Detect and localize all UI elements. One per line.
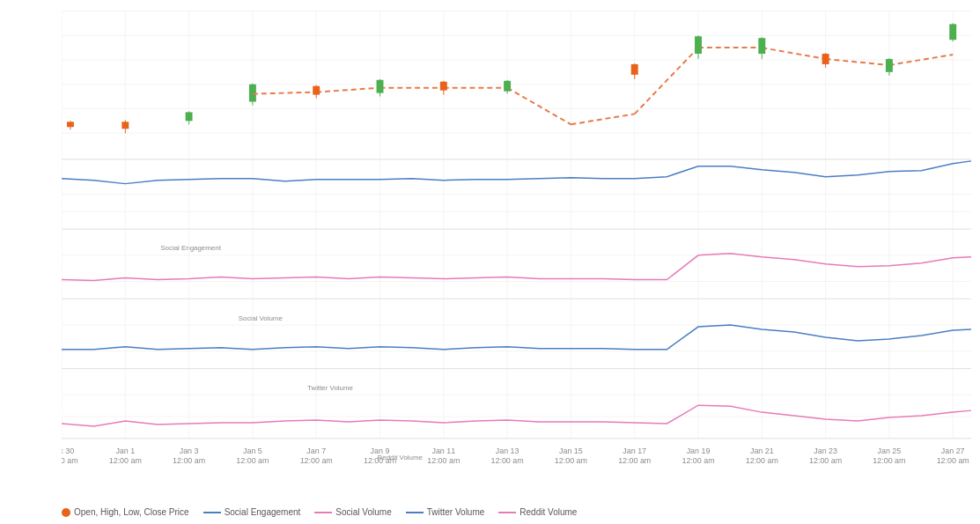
svg-text:Jan 25: Jan 25	[878, 447, 902, 455]
svg-text:12:00 am: 12:00 am	[618, 456, 651, 465]
svg-text:12:00 am: 12:00 am	[427, 456, 460, 465]
svg-text:Jan 21: Jan 21	[750, 447, 774, 455]
legend-item-social-engagement: Social Engagement	[203, 507, 301, 517]
svg-text:12:00 am: 12:00 am	[809, 456, 842, 465]
svg-text:12:00 am: 12:00 am	[109, 456, 142, 465]
svg-text:12:00 am: 12:00 am	[746, 456, 778, 465]
svg-text:Jan 23: Jan 23	[814, 447, 837, 455]
svg-rect-80	[440, 82, 447, 91]
svg-rect-84	[631, 64, 638, 75]
svg-line-72	[762, 48, 825, 59]
legend-item-twitter-volume: Twitter Volume	[406, 507, 485, 517]
svg-text:Jan 1: Jan 1	[115, 447, 135, 455]
svg-text:Jan 13: Jan 13	[496, 447, 519, 455]
svg-text:Social Volume: Social Volume	[239, 314, 284, 322]
svg-line-68	[507, 88, 571, 125]
svg-rect-59	[122, 122, 129, 129]
svg-line-70	[635, 48, 698, 114]
legend-item-reddit-volume: Reddit Volume	[498, 507, 577, 517]
legend-line-social-engagement	[203, 512, 221, 513]
svg-rect-86	[695, 36, 702, 54]
svg-rect-88	[758, 38, 765, 54]
svg-text:12:00 am: 12:00 am	[555, 456, 587, 465]
svg-text:Jan 27: Jan 27	[941, 447, 965, 455]
svg-text:Jan 5: Jan 5	[243, 447, 262, 455]
legend-label-ohlc: Open, High, Low, Close Price	[74, 507, 189, 517]
svg-rect-61	[186, 112, 193, 121]
svg-line-69	[571, 114, 634, 124]
svg-text:Jan 7: Jan 7	[306, 447, 326, 455]
svg-rect-57	[67, 122, 74, 127]
svg-line-65	[316, 88, 379, 92]
svg-text:12:00 am: 12:00 am	[236, 456, 269, 465]
svg-text:12:00 am: 12:00 am	[62, 456, 78, 465]
svg-text:12:00 am: 12:00 am	[682, 456, 714, 465]
svg-text:Dec 30: Dec 30	[62, 447, 74, 455]
svg-text:12:00 am: 12:00 am	[937, 456, 969, 465]
legend-dot-ohlc	[62, 508, 70, 517]
svg-rect-0	[62, 11, 971, 469]
svg-text:12:00 am: 12:00 am	[873, 456, 905, 465]
svg-text:12:00 am: 12:00 am	[491, 456, 524, 465]
legend-label-twitter-volume: Twitter Volume	[427, 507, 485, 517]
legend-line-social-volume	[314, 512, 332, 513]
legend-line-reddit-volume	[498, 512, 516, 513]
svg-text:12:00 am: 12:00 am	[173, 456, 205, 465]
svg-text:Twitter Volume: Twitter Volume	[307, 384, 353, 392]
legend-line-twitter-volume	[406, 512, 424, 513]
chart-container: 9,000.00 8,500.00 8,000.00 7,500.00 7,00…	[0, 0, 980, 524]
svg-text:Jan 19: Jan 19	[687, 447, 711, 455]
svg-rect-76	[313, 86, 320, 95]
svg-text:12:00 am: 12:00 am	[300, 456, 333, 465]
legend-label-social-volume: Social Volume	[335, 507, 391, 517]
svg-text:Jan 9: Jan 9	[371, 447, 390, 455]
svg-text:Jan 15: Jan 15	[559, 447, 583, 455]
chart-legend: Open, High, Low, Close Price Social Enga…	[62, 507, 577, 517]
legend-label-reddit-volume: Reddit Volume	[519, 507, 577, 517]
svg-text:Social Engagement: Social Engagement	[160, 244, 221, 252]
main-chart: 9,000.00 8,500.00 8,000.00 7,500.00 7,00…	[62, 9, 971, 471]
svg-text:12:00 am: 12:00 am	[364, 456, 396, 465]
svg-rect-94	[949, 24, 956, 40]
legend-label-social-engagement: Social Engagement	[225, 507, 301, 517]
svg-rect-78	[377, 80, 384, 93]
svg-rect-90	[822, 54, 829, 64]
legend-item-ohlc: Open, High, Low, Close Price	[62, 507, 189, 517]
svg-line-64	[253, 92, 316, 94]
svg-rect-92	[886, 59, 893, 72]
svg-rect-82	[504, 81, 511, 92]
svg-text:Jan 3: Jan 3	[180, 447, 199, 455]
legend-item-social-volume: Social Volume	[314, 507, 391, 517]
svg-text:Jan 11: Jan 11	[431, 447, 455, 455]
svg-text:Jan 17: Jan 17	[623, 447, 646, 455]
